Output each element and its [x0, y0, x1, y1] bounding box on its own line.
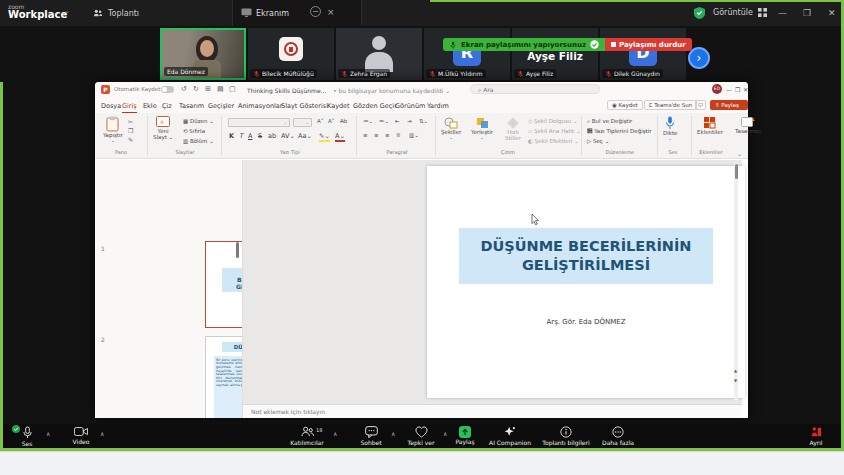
chat-button[interactable]: Sohbet	[352, 426, 390, 446]
participant-tile-dilek[interactable]: D Dilek Günaydın	[600, 28, 686, 80]
preview-icon[interactable]: ▤	[217, 85, 224, 93]
record-button[interactable]: ◉ Kaydet	[607, 100, 643, 110]
menu-kaydet[interactable]: Kaydet	[327, 102, 350, 110]
cut-icon[interactable]: ✂	[128, 118, 133, 125]
align-center-button[interactable]: ≡	[374, 132, 379, 138]
shape-outline-button[interactable]: ▱ Şekil Ana Hattı ⌄	[528, 128, 581, 134]
menu-ciz[interactable]: Çiz	[162, 102, 172, 110]
replace-fonts-button[interactable]: ὎ Yazı Tiplerini Değiştir	[587, 128, 652, 134]
workspace-chevron-icon[interactable]: ⌄	[64, 7, 70, 15]
align-right-button[interactable]: ≡	[385, 132, 390, 138]
decrease-indent-button[interactable]: ⇤	[395, 118, 400, 124]
participant-tile-zehra[interactable]: Zehra Ergan	[336, 28, 422, 80]
highlight-color-button[interactable]: ✎⌄	[319, 132, 330, 142]
underline-button[interactable]: A	[248, 132, 252, 140]
paste-button[interactable]: Yapıştır⌄	[103, 116, 123, 143]
participant-tile-eda[interactable]: Eda Dönmez	[160, 28, 246, 80]
window-close-button[interactable]: ✕	[828, 8, 836, 18]
slide-thumbnail-2[interactable]: DÜŞÜNME NEDİR ? Bir konu üzerinde akıl y…	[205, 336, 243, 418]
next-slide-button[interactable]: ▼	[734, 378, 737, 383]
menu-tasarim[interactable]: Tasarım	[179, 102, 204, 110]
notes-pane[interactable]: Not eklemek için tıklayın	[243, 404, 742, 418]
present-in-teams-button[interactable]: ⵎ Teams'de Sun	[644, 100, 697, 110]
meeting-info-button[interactable]: Toplantı bilgileri	[538, 426, 594, 446]
share-button[interactable]: ⇧ Paylaş ⌄	[710, 100, 748, 110]
audio-button[interactable]: Ses	[10, 426, 44, 447]
participants-button[interactable]: 18 Katılımcılar	[283, 426, 331, 446]
view-button[interactable]: Görüntüle	[713, 8, 767, 17]
arrange-button[interactable]: Yerleştir⌄	[471, 117, 493, 140]
redo-icon[interactable]: ↻	[193, 85, 199, 93]
tab-my-screen[interactable]: Ekranım − ×	[232, 0, 362, 26]
slide-canvas[interactable]: DÜŞÜNME BECERİLERİNİN GELİŞTİRİLMESİ Arş…	[427, 166, 745, 398]
tab-options-icon[interactable]: −	[310, 6, 321, 17]
reset-button[interactable]: ⟲ Sıfırla	[183, 128, 205, 134]
saved-status[interactable]: • bu bilgisayar konumuna kaydedildi ⌄	[333, 87, 450, 94]
autosave-toggle[interactable]	[161, 86, 174, 93]
format-painter-icon[interactable]: ✎	[128, 136, 133, 143]
dictate-button[interactable]: Dikte⌄	[663, 116, 678, 141]
new-slide-button[interactable]: Yeni Slayt ⌄	[153, 116, 173, 140]
shadow-button[interactable]: ab	[268, 132, 276, 140]
line-spacing-button[interactable]: ⇅⌄	[419, 118, 428, 124]
section-button[interactable]: ▥ Bölüm ⌄	[183, 138, 214, 144]
thumbnail-scrollbar[interactable]	[236, 242, 239, 258]
columns-button[interactable]: ▥⌄	[409, 132, 419, 138]
menu-ekle[interactable]: Ekle	[143, 102, 157, 110]
undo-icon[interactable]: ↺	[181, 85, 187, 93]
slide-title-block[interactable]: DÜŞÜNME BECERİLERİNİN GELİŞTİRİLMESİ	[459, 228, 713, 284]
audio-options-chevron[interactable]: ∧	[46, 430, 50, 437]
bullets-button[interactable]: ≔⌄	[363, 118, 373, 124]
find-replace-button[interactable]: ⌕ Bul ve Değiştir	[587, 118, 632, 125]
italic-button[interactable]: T	[239, 132, 243, 140]
menu-animasyonlar[interactable]: Animasyonlar	[238, 102, 282, 110]
window-restore-button[interactable]: ❐	[803, 8, 811, 18]
tab-close-icon[interactable]: ×	[327, 7, 335, 17]
select-button[interactable]: ▷ Seç ⌄	[587, 138, 609, 144]
window-minimize-button[interactable]: —	[778, 8, 787, 18]
font-name-select[interactable]: ⌄	[228, 118, 290, 127]
strikethrough-button[interactable]: S	[258, 132, 262, 140]
bold-button[interactable]: K	[229, 132, 234, 140]
comments-icon[interactable]: 🗩	[695, 100, 706, 110]
shape-fill-button[interactable]: ◇ Şekil Dolgusu ⌄	[528, 118, 578, 124]
search-input[interactable]: ⌕ Ara	[470, 84, 600, 94]
ribbon-collapse-icon[interactable]: ⌄	[737, 150, 742, 157]
video-options-chevron[interactable]: ∧	[100, 430, 104, 437]
participant-tile-ayse[interactable]: Ayşe Filiz Ayşe Filiz	[512, 28, 598, 80]
change-case-button[interactable]: Aa⌄	[298, 132, 312, 140]
numbering-button[interactable]: ≕⌄	[379, 118, 389, 124]
quick-styles-button[interactable]: Hızlı Stiller	[501, 117, 525, 141]
react-options-chevron[interactable]: ∧	[443, 430, 447, 437]
menu-gozden-gecir[interactable]: Gözden Geçir	[353, 102, 397, 110]
menu-gorunum[interactable]: Görünüm	[395, 102, 425, 110]
security-shield-icon[interactable]	[694, 7, 705, 19]
ppt-close-button[interactable]: ✕	[743, 86, 748, 93]
grow-font-icon[interactable]: A˄	[317, 118, 324, 124]
ppt-minimize-button[interactable]: —	[726, 86, 732, 93]
prev-slide-button[interactable]: ▲	[734, 368, 737, 373]
editor-scrollbar[interactable]: ▲ ▼	[734, 162, 738, 400]
more-button[interactable]: Daha fazla	[596, 426, 640, 446]
font-size-select[interactable]: ⌄	[293, 118, 312, 127]
font-color-button[interactable]: A⌄	[335, 132, 345, 142]
shape-effects-button[interactable]: ◐ Şekil Efektleri ⌄	[528, 138, 579, 144]
shrink-font-icon[interactable]: A˅	[328, 118, 335, 124]
menu-yardim[interactable]: Yardım	[427, 102, 449, 110]
leave-button[interactable]: Ayrıl	[798, 426, 834, 446]
designer-button[interactable]: Tasarımcı	[733, 116, 763, 134]
addins-button[interactable]: Eklentiler	[697, 116, 723, 135]
participants-options-chevron[interactable]: ∧	[333, 430, 337, 437]
layout-button[interactable]: ▦ Düzen ⌄	[183, 118, 214, 124]
menu-dosya[interactable]: Dosya	[101, 102, 121, 110]
char-spacing-button[interactable]: AV⌄	[281, 132, 295, 140]
menu-slayt-gosterisi[interactable]: Slayt Gösterisi	[281, 102, 328, 110]
tab-meeting[interactable]: Toplantı	[93, 8, 139, 18]
stop-share-button[interactable]: Paylaşımı durdur	[605, 38, 692, 51]
account-avatar[interactable]: ED	[712, 84, 722, 94]
shapes-button[interactable]: Şekiller⌄	[441, 117, 461, 140]
chat-options-chevron[interactable]: ∧	[391, 430, 395, 437]
copy-icon[interactable]: ❐	[128, 127, 133, 134]
ppt-restore-button[interactable]: ❐	[735, 86, 740, 93]
react-button[interactable]: Tepki ver	[400, 426, 442, 446]
